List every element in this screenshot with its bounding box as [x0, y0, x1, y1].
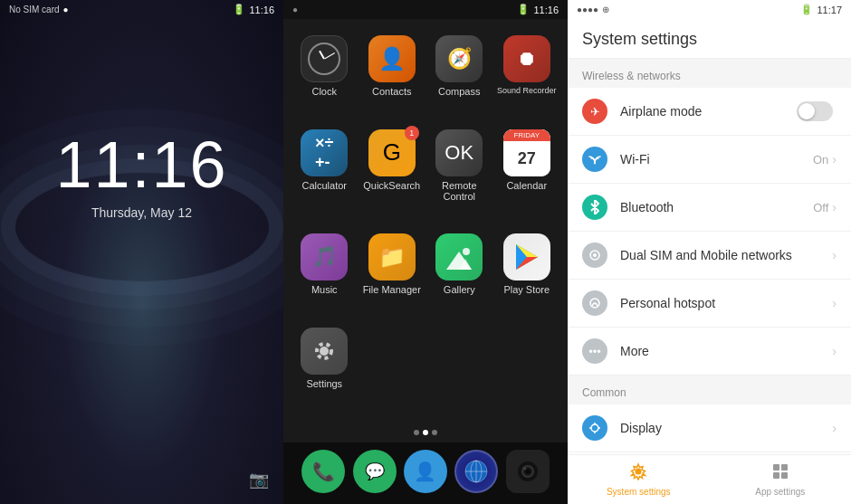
dual-sim-icon [582, 242, 607, 268]
settings-status-left: ●●●● ⊕ [577, 5, 609, 14]
drawer-status-left: ● [292, 5, 301, 14]
settings-body: Wireless & networks ✈ Airplane mode Wi-F… [568, 59, 851, 454]
svg-rect-29 [781, 464, 788, 471]
display-icon [582, 415, 607, 441]
dock-browser[interactable] [454, 450, 498, 493]
settings-title: System settings [568, 19, 851, 59]
browser-icon [464, 459, 489, 484]
dock-sms[interactable]: 💬 [353, 450, 397, 493]
settings-time: 11:17 [817, 5, 842, 15]
svg-rect-31 [781, 472, 788, 479]
app-settings-nav-icon [771, 462, 789, 485]
gallery-icon [435, 233, 483, 281]
settings-signal: ●●●● [577, 5, 598, 14]
bluetooth-item[interactable]: Bluetooth Off › [568, 184, 851, 232]
hotspot-icon [582, 290, 607, 316]
dock-camera[interactable] [506, 450, 550, 493]
camera-shortcut[interactable]: 📷 [249, 470, 269, 490]
settings-panel: ●●●● ⊕ 🔋 11:17 System settings Wireless … [568, 0, 851, 504]
nav-app-settings[interactable]: App settings [710, 455, 852, 504]
remote-icon: OK [435, 129, 483, 176]
sim-status: No SIM card [9, 5, 60, 14]
hotspot-item[interactable]: Personal hotspot › [568, 280, 851, 328]
app-item-quicksearch[interactable]: G 1 QuickSearch [359, 122, 426, 227]
calculator-icon: ×÷+- [301, 129, 348, 176]
ripple-effect [0, 0, 283, 504]
dual-sim-item[interactable]: Dual SIM and Mobile networks › [568, 232, 851, 280]
display-item[interactable]: Display › [568, 404, 851, 452]
clock-icon [301, 35, 348, 82]
svg-point-17 [523, 468, 526, 471]
contacts-label: Contacts [372, 86, 411, 97]
settings-gear-svg [311, 338, 338, 365]
airplane-mode-item[interactable]: ✈ Airplane mode [568, 88, 851, 136]
lock-status-bar: No SIM card ● 🔋 11:16 [0, 0, 283, 19]
camera-icon [516, 460, 540, 483]
file-manager-label: File Manager [363, 284, 421, 295]
settings-icon [301, 328, 348, 375]
app-item-gallery[interactable]: Gallery [426, 226, 493, 320]
settings-label: Settings [306, 378, 342, 389]
bluetooth-value: Off [813, 201, 828, 214]
quicksearch-icon: G 1 [368, 129, 416, 176]
settings-battery: 🔋 [800, 4, 813, 15]
nav-system-settings[interactable]: System settings [568, 455, 710, 504]
wifi-label: Wi-Fi [620, 152, 813, 166]
app-item-remote[interactable]: OK Remote Control [426, 122, 493, 227]
app-item-playstore[interactable]: Play Store [493, 226, 561, 320]
wifi-item[interactable]: Wi-Fi On › [568, 136, 851, 184]
app-item-calculator[interactable]: ×÷+- Calculator [291, 122, 359, 227]
drawer-status-bar: ● 🔋 11:16 [283, 0, 568, 19]
clock-face [308, 43, 340, 75]
clock-label: Clock [311, 86, 337, 97]
dualsim-svg [588, 249, 601, 262]
app-item-clock[interactable]: Clock [291, 28, 359, 122]
bluetooth-label: Bluetooth [620, 200, 813, 214]
app-item-files[interactable]: 📁 File Manager [359, 226, 426, 320]
quicksearch-badge: 1 [405, 126, 419, 140]
app-item-compass[interactable]: 🧭 Compass [426, 28, 493, 122]
app-settings-nav-svg [771, 462, 789, 480]
sim-icon: ● [63, 5, 69, 14]
calculator-label: Calculator [301, 180, 347, 191]
clock-minute-hand [324, 52, 335, 59]
app-item-calendar[interactable]: FRIDAY 27 Calendar [493, 122, 561, 227]
common-section-header: Common [568, 376, 851, 404]
svg-rect-30 [773, 472, 779, 479]
dock-contacts[interactable]: 👤 [404, 450, 447, 493]
app-item-settings[interactable]: Settings [291, 320, 359, 414]
play-store-label: Play Store [503, 284, 550, 295]
app-item-sound-recorder[interactable]: ⏺ Sound Recorder [493, 28, 561, 122]
toggle-knob [798, 103, 815, 119]
gallery-label: Gallery [444, 284, 475, 295]
quicksearch-label: QuickSearch [363, 180, 420, 191]
svg-point-7 [320, 347, 329, 356]
dot-3 [432, 430, 437, 435]
bluetooth-svg [589, 200, 600, 214]
lock-status-left: No SIM card ● [9, 5, 69, 14]
dual-sim-label: Dual SIM and Mobile networks [620, 248, 832, 262]
calendar-header: FRIDAY [503, 129, 550, 141]
display-label: Display [620, 421, 832, 435]
display-svg [588, 422, 601, 434]
app-item-contacts[interactable]: 👤 Contacts [359, 28, 426, 122]
dot-2 [423, 430, 428, 435]
playstore-svg [512, 242, 541, 271]
bluetooth-chevron: › [832, 200, 837, 214]
file-manager-icon: 📁 [368, 233, 416, 281]
wifi-value: On [813, 153, 828, 166]
app-item-music[interactable]: 🎵 Music [291, 226, 359, 320]
airplane-toggle[interactable] [797, 101, 833, 121]
music-label: Music [311, 284, 338, 295]
svg-point-20 [593, 253, 597, 257]
more-item[interactable]: ••• More › [568, 328, 851, 376]
settings-status-right: 🔋 11:17 [800, 4, 842, 15]
dock-phone[interactable]: 📞 [301, 450, 345, 493]
bluetooth-icon [582, 195, 607, 220]
system-settings-nav-label: System settings [607, 487, 671, 497]
svg-point-22 [591, 424, 598, 432]
svg-point-18 [594, 163, 596, 165]
settings-network-icon: ⊕ [602, 5, 609, 14]
more-icon: ••• [582, 338, 607, 364]
drawer-battery: 🔋 [517, 4, 530, 15]
